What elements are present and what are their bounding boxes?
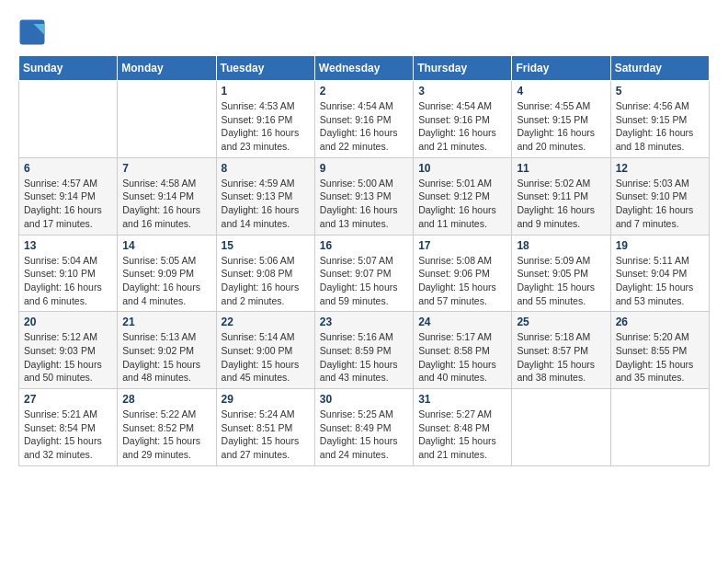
day-info: Sunrise: 5:02 AM Sunset: 9:11 PM Dayligh… <box>517 177 605 231</box>
day-cell: 6Sunrise: 4:57 AM Sunset: 9:14 PM Daylig… <box>19 157 118 235</box>
day-info: Sunrise: 4:56 AM Sunset: 9:15 PM Dayligh… <box>616 99 704 154</box>
day-info: Sunrise: 5:16 AM Sunset: 8:59 PM Dayligh… <box>320 330 408 385</box>
header-day-tuesday: Tuesday <box>216 56 314 81</box>
day-cell: 12Sunrise: 5:03 AM Sunset: 9:10 PM Dayli… <box>610 157 709 235</box>
week-row-5: 27Sunrise: 5:21 AM Sunset: 8:54 PM Dayli… <box>19 389 710 466</box>
day-number: 31 <box>418 393 506 406</box>
day-number: 11 <box>517 162 605 175</box>
day-number: 1 <box>222 85 310 98</box>
day-number: 19 <box>616 239 704 252</box>
day-info: Sunrise: 4:58 AM Sunset: 9:14 PM Dayligh… <box>122 177 210 231</box>
day-info: Sunrise: 4:54 AM Sunset: 9:16 PM Dayligh… <box>418 99 506 154</box>
day-info: Sunrise: 5:22 AM Sunset: 8:52 PM Dayligh… <box>122 408 210 462</box>
day-info: Sunrise: 5:21 AM Sunset: 8:54 PM Dayligh… <box>24 408 112 462</box>
day-number: 2 <box>320 85 408 98</box>
day-cell: 24Sunrise: 5:17 AM Sunset: 8:58 PM Dayli… <box>414 312 512 389</box>
day-number: 13 <box>24 239 112 252</box>
day-number: 15 <box>222 239 310 252</box>
day-number: 26 <box>616 316 704 328</box>
day-info: Sunrise: 4:54 AM Sunset: 9:16 PM Dayligh… <box>320 99 408 154</box>
day-cell: 20Sunrise: 5:12 AM Sunset: 9:03 PM Dayli… <box>19 312 118 389</box>
day-info: Sunrise: 5:12 AM Sunset: 9:03 PM Dayligh… <box>24 330 112 385</box>
day-cell: 23Sunrise: 5:16 AM Sunset: 8:59 PM Dayli… <box>314 312 413 389</box>
day-cell: 8Sunrise: 4:59 AM Sunset: 9:13 PM Daylig… <box>216 157 314 235</box>
day-number: 5 <box>616 85 704 98</box>
day-cell: 31Sunrise: 5:27 AM Sunset: 8:48 PM Dayli… <box>414 389 512 466</box>
day-info: Sunrise: 5:18 AM Sunset: 8:57 PM Dayligh… <box>517 330 605 385</box>
header-day-saturday: Saturday <box>610 56 709 81</box>
day-number: 29 <box>222 393 310 406</box>
day-number: 24 <box>418 316 506 328</box>
day-number: 21 <box>122 316 210 328</box>
day-cell: 25Sunrise: 5:18 AM Sunset: 8:57 PM Dayli… <box>512 312 610 389</box>
day-info: Sunrise: 4:53 AM Sunset: 9:16 PM Dayligh… <box>222 99 310 154</box>
day-cell: 5Sunrise: 4:56 AM Sunset: 9:15 PM Daylig… <box>610 81 709 158</box>
day-info: Sunrise: 4:59 AM Sunset: 9:13 PM Dayligh… <box>222 177 310 231</box>
day-number: 6 <box>24 162 112 175</box>
day-info: Sunrise: 5:11 AM Sunset: 9:04 PM Dayligh… <box>616 254 704 308</box>
header-day-friday: Friday <box>512 56 610 81</box>
day-number: 4 <box>517 85 605 98</box>
logo-icon <box>18 18 46 46</box>
day-info: Sunrise: 5:13 AM Sunset: 9:02 PM Dayligh… <box>122 330 210 385</box>
day-number: 9 <box>320 162 408 175</box>
logo <box>18 18 50 46</box>
day-number: 14 <box>122 239 210 252</box>
day-cell: 30Sunrise: 5:25 AM Sunset: 8:49 PM Dayli… <box>314 389 413 466</box>
day-info: Sunrise: 5:09 AM Sunset: 9:05 PM Dayligh… <box>517 254 605 308</box>
day-info: Sunrise: 5:24 AM Sunset: 8:51 PM Dayligh… <box>222 408 310 462</box>
day-cell: 19Sunrise: 5:11 AM Sunset: 9:04 PM Dayli… <box>610 235 709 312</box>
day-info: Sunrise: 5:03 AM Sunset: 9:10 PM Dayligh… <box>616 177 704 231</box>
header-day-thursday: Thursday <box>414 56 512 81</box>
day-cell: 28Sunrise: 5:22 AM Sunset: 8:52 PM Dayli… <box>118 389 216 466</box>
day-cell: 14Sunrise: 5:05 AM Sunset: 9:09 PM Dayli… <box>118 235 216 312</box>
day-info: Sunrise: 4:57 AM Sunset: 9:14 PM Dayligh… <box>24 177 112 231</box>
day-info: Sunrise: 5:06 AM Sunset: 9:08 PM Dayligh… <box>222 254 310 308</box>
day-info: Sunrise: 5:17 AM Sunset: 8:58 PM Dayligh… <box>418 330 506 385</box>
day-number: 7 <box>122 162 210 175</box>
day-info: Sunrise: 5:27 AM Sunset: 8:48 PM Dayligh… <box>418 408 506 462</box>
day-number: 22 <box>222 316 310 328</box>
day-cell: 4Sunrise: 4:55 AM Sunset: 9:15 PM Daylig… <box>512 81 610 158</box>
day-cell: 7Sunrise: 4:58 AM Sunset: 9:14 PM Daylig… <box>118 157 216 235</box>
day-cell: 26Sunrise: 5:20 AM Sunset: 8:55 PM Dayli… <box>610 312 709 389</box>
day-number: 8 <box>222 162 310 175</box>
day-cell: 3Sunrise: 4:54 AM Sunset: 9:16 PM Daylig… <box>414 81 512 158</box>
day-number: 12 <box>616 162 704 175</box>
day-info: Sunrise: 5:05 AM Sunset: 9:09 PM Dayligh… <box>122 254 210 308</box>
week-row-2: 6Sunrise: 4:57 AM Sunset: 9:14 PM Daylig… <box>19 157 710 235</box>
header-day-wednesday: Wednesday <box>314 56 413 81</box>
day-info: Sunrise: 5:07 AM Sunset: 9:07 PM Dayligh… <box>320 254 408 308</box>
header-day-sunday: Sunday <box>19 56 118 81</box>
day-cell <box>512 389 610 466</box>
day-info: Sunrise: 5:01 AM Sunset: 9:12 PM Dayligh… <box>418 177 506 231</box>
day-info: Sunrise: 5:20 AM Sunset: 8:55 PM Dayligh… <box>616 330 704 385</box>
day-cell: 1Sunrise: 4:53 AM Sunset: 9:16 PM Daylig… <box>216 81 314 158</box>
header <box>18 18 710 46</box>
day-number: 3 <box>418 85 506 98</box>
day-number: 25 <box>517 316 605 328</box>
day-number: 20 <box>24 316 112 328</box>
day-number: 10 <box>418 162 506 175</box>
day-cell: 11Sunrise: 5:02 AM Sunset: 9:11 PM Dayli… <box>512 157 610 235</box>
day-info: Sunrise: 5:08 AM Sunset: 9:06 PM Dayligh… <box>418 254 506 308</box>
day-cell: 21Sunrise: 5:13 AM Sunset: 9:02 PM Dayli… <box>118 312 216 389</box>
day-cell <box>610 389 709 466</box>
day-number: 18 <box>517 239 605 252</box>
day-cell: 18Sunrise: 5:09 AM Sunset: 9:05 PM Dayli… <box>512 235 610 312</box>
week-row-1: 1Sunrise: 4:53 AM Sunset: 9:16 PM Daylig… <box>19 81 710 158</box>
day-info: Sunrise: 5:00 AM Sunset: 9:13 PM Dayligh… <box>320 177 408 231</box>
day-cell: 13Sunrise: 5:04 AM Sunset: 9:10 PM Dayli… <box>19 235 118 312</box>
day-info: Sunrise: 4:55 AM Sunset: 9:15 PM Dayligh… <box>517 99 605 154</box>
day-number: 16 <box>320 239 408 252</box>
day-number: 27 <box>24 393 112 406</box>
day-info: Sunrise: 5:04 AM Sunset: 9:10 PM Dayligh… <box>24 254 112 308</box>
day-cell: 2Sunrise: 4:54 AM Sunset: 9:16 PM Daylig… <box>314 81 413 158</box>
week-row-4: 20Sunrise: 5:12 AM Sunset: 9:03 PM Dayli… <box>19 312 710 389</box>
day-cell: 22Sunrise: 5:14 AM Sunset: 9:00 PM Dayli… <box>216 312 314 389</box>
day-cell <box>19 81 118 158</box>
day-info: Sunrise: 5:25 AM Sunset: 8:49 PM Dayligh… <box>320 408 408 462</box>
day-number: 30 <box>320 393 408 406</box>
calendar: SundayMondayTuesdayWednesdayThursdayFrid… <box>18 55 710 466</box>
calendar-header-row: SundayMondayTuesdayWednesdayThursdayFrid… <box>19 56 710 81</box>
